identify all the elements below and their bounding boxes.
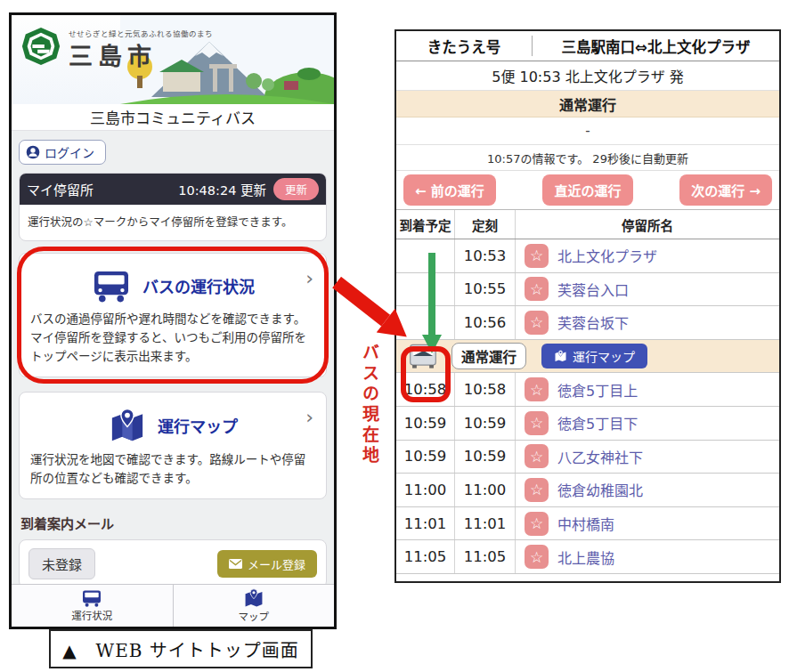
bus-location-annotation: バスの現在地: [358, 344, 382, 466]
bus-status-card-title: バスの運行状況: [142, 274, 255, 297]
eta-cell: [396, 273, 455, 306]
operation-map-card[interactable]: 運行マップ › 運行状況を地図で確認できます。路線ルートや停留所の位置なども確認…: [19, 392, 327, 499]
login-button-label: ログイン: [45, 143, 94, 161]
eta-cell: 11:05: [396, 540, 455, 573]
update-button[interactable]: 更新: [273, 178, 319, 200]
bus-position-row: 通常運行 運行マップ: [396, 340, 779, 374]
favorite-star-button[interactable]: ☆: [525, 411, 549, 435]
table-row: 10:53 ☆北上文化プラザ: [396, 239, 779, 273]
my-stops-card: マイ停留所 10:48:24 更新 更新 運行状況の☆マークからマイ停留所を登録…: [19, 173, 327, 241]
favorite-star-button[interactable]: ☆: [525, 244, 549, 268]
scheduled-cell: 11:00: [455, 474, 516, 506]
operation-status-banner: 通常運行: [396, 91, 779, 117]
city-name: 三島市: [69, 37, 157, 72]
favorite-star-button[interactable]: ☆: [525, 377, 549, 401]
operation-map-button[interactable]: 運行マップ: [541, 344, 647, 368]
page-body: ログイン マイ停留所 10:48:24 更新 更新 運行状況の☆マークからマイ停…: [12, 131, 334, 584]
torii-gate: [209, 64, 237, 69]
eta-cell: 11:01: [396, 507, 455, 540]
operation-map-card-title: 運行マップ: [158, 414, 238, 437]
current-trip-button[interactable]: 直近の運行: [542, 174, 632, 206]
eta-cell: [396, 239, 455, 272]
tab-operation-status[interactable]: 運行状況: [12, 585, 173, 627]
bus-icon: [91, 269, 132, 303]
my-stops-updated-time: 10:48:24 更新: [178, 180, 266, 198]
route-header: きたうえ号 三島駅南口⇔北上文化プラザ: [396, 31, 779, 61]
mail-status-badge: 未登録: [28, 548, 95, 579]
table-row: 11:05 11:05 ☆北上農協: [396, 540, 779, 574]
mail-register-button-label: メール登録: [248, 555, 305, 572]
map-pin-icon: [554, 350, 567, 362]
stop-name-link[interactable]: 八乙女神社下: [557, 446, 643, 467]
table-row: 11:00 11:00 ☆徳倉幼稚園北: [396, 474, 779, 507]
scheduled-cell: 11:01: [455, 507, 516, 540]
scheduled-cell: 10:56: [455, 306, 516, 339]
site-header: せせらぎと緑と元気あふれる協働のまち 三島市: [12, 15, 334, 104]
stop-name-link[interactable]: 徳倉幼稚園北: [557, 479, 643, 500]
trip-nav-row: ← 前の運行 直近の運行 次の運行 →: [396, 171, 779, 209]
table-row: 10:59 10:59 ☆徳倉5丁目下: [396, 407, 779, 441]
delay-info: -: [396, 117, 779, 145]
trip-info: 5便 10:53 北上文化プラザ 発: [396, 61, 779, 91]
chevron-right-icon: ›: [305, 269, 313, 288]
mail-register-button[interactable]: メール登録: [217, 550, 317, 578]
favorite-star-button[interactable]: ☆: [525, 311, 549, 335]
building: [163, 70, 200, 92]
tab-label: マップ: [239, 609, 270, 623]
bus-status-badge: 通常運行: [451, 343, 526, 369]
scheduled-cell: 10:59: [455, 441, 516, 474]
operation-map-card-description: 運行状況を地図で確認できます。路線ルートや停留所の位置なども確認できます。: [30, 450, 315, 488]
stop-name-link[interactable]: 芙蓉台坂下: [557, 312, 629, 333]
eta-cell: 10:59: [396, 441, 455, 474]
route-name: きたうえ号: [396, 31, 532, 61]
stop-name-link[interactable]: 北上農協: [557, 547, 614, 568]
operation-map-button-label: 運行マップ: [573, 347, 635, 365]
stop-name-link[interactable]: 徳倉5丁目上: [557, 379, 638, 401]
my-stops-description: 運行状況の☆マークからマイ停留所を登録できます。: [20, 205, 326, 240]
bus-icon: [80, 589, 103, 607]
my-stops-title: マイ停留所: [27, 180, 94, 198]
favorite-star-button[interactable]: ☆: [525, 512, 549, 536]
screenshot-stage: せせらぎと緑と元気あふれる協働のまち 三島市 三島市コミュニティバス ログイン …: [0, 0, 789, 672]
prev-trip-button[interactable]: ← 前の運行: [403, 174, 496, 206]
tab-map[interactable]: マップ: [173, 585, 335, 627]
stop-name-link[interactable]: 北上文化プラザ: [557, 245, 657, 266]
login-button[interactable]: ログイン: [19, 140, 106, 165]
scheduled-cell: 10:59: [455, 407, 516, 440]
figure-caption: ▲ WEB サイトトップ画面: [49, 629, 313, 668]
scheduled-cell: 10:58: [455, 373, 516, 406]
next-trip-button[interactable]: 次の運行 →: [679, 174, 772, 206]
table-row: 10:59 10:59 ☆八乙女神社下: [396, 441, 779, 474]
site-title: 三島市コミュニティバス: [12, 104, 334, 131]
mishima-city-emblem-icon: [20, 26, 61, 67]
bottom-tab-bar: 運行状況 マップ: [12, 584, 334, 627]
map-pin-icon: [243, 588, 264, 608]
stop-name-link[interactable]: 中村橋南: [557, 513, 614, 534]
stop-name-link[interactable]: 徳倉5丁目下: [557, 412, 638, 433]
web-top-screen-panel: せせらぎと緑と元気あふれる協働のまち 三島市 三島市コミュニティバス ログイン …: [9, 12, 337, 629]
favorite-star-button[interactable]: ☆: [525, 545, 549, 569]
favorite-star-button[interactable]: ☆: [525, 478, 549, 502]
chevron-right-icon: ›: [305, 408, 313, 427]
map-pin-icon: [108, 408, 147, 443]
header-stop-name: 停留所名: [516, 210, 779, 239]
table-header-row: 到着予定 定刻 停留所名: [396, 210, 779, 239]
favorite-star-button[interactable]: ☆: [525, 277, 549, 301]
table-row: 10:56 ☆芙蓉台坂下: [396, 306, 779, 340]
my-stops-header: マイ停留所 10:48:24 更新 更新: [20, 174, 326, 205]
scheduled-cell: 10:53: [455, 239, 516, 272]
bus-current-location-icon: [407, 343, 439, 370]
person-icon: [26, 145, 40, 159]
stop-name-link[interactable]: 芙蓉台入口: [557, 279, 629, 300]
arrival-mail-section-title: 到着案内メール: [20, 514, 325, 532]
arrival-mail-card: 未登録 メール登録: [19, 539, 327, 584]
table-row: 10:58 10:58 ☆徳倉5丁目上: [396, 373, 779, 407]
favorite-star-button[interactable]: ☆: [525, 444, 549, 468]
eta-cell: 11:00: [396, 474, 455, 506]
scheduled-cell: 11:05: [455, 540, 516, 573]
table-row: 10:55 ☆芙蓉台入口: [396, 273, 779, 307]
bus-status-card[interactable]: バスの運行状況 › バスの通過停留所や遅れ時間などを確認できます。 マイ停留所を…: [19, 253, 327, 377]
header-scheduled: 定刻: [455, 210, 516, 239]
eta-cell: 10:59: [396, 407, 455, 440]
scheduled-cell: 10:55: [455, 273, 516, 306]
